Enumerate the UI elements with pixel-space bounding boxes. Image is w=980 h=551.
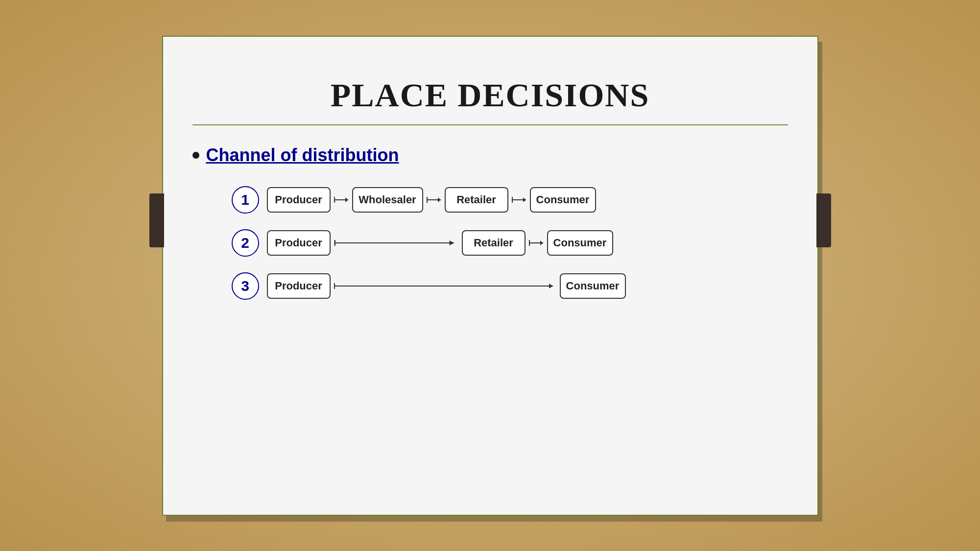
bullet-section: Channel of distribution 1 Producer (192, 145, 788, 301)
box-producer-2: Producer (267, 230, 331, 256)
slide: PLACE DECISIONS Channel of distribution … (162, 36, 818, 516)
arrow-1c (510, 192, 528, 207)
tab-left (149, 193, 164, 247)
box-consumer-3: Consumer (560, 273, 626, 299)
bullet-title-row: Channel of distribution (192, 145, 788, 166)
svg-marker-8 (523, 197, 526, 202)
svg-marker-2 (345, 197, 348, 202)
svg-marker-5 (438, 197, 441, 202)
arrow-long-2 (333, 236, 460, 250)
arrow-1b (425, 192, 443, 207)
channel-row-1: 1 Producer (232, 185, 788, 215)
diagram-area: 1 Producer (232, 185, 788, 301)
svg-marker-11 (449, 240, 454, 245)
svg-marker-14 (540, 240, 543, 245)
box-consumer-1: Consumer (530, 187, 596, 213)
tab-right (816, 193, 831, 247)
arrow-2b (527, 236, 545, 250)
box-wholesaler-1: Wholesaler (352, 187, 423, 213)
box-producer-3: Producer (267, 273, 331, 299)
divider (192, 124, 788, 125)
slide-wrapper: PLACE DECISIONS Channel of distribution … (162, 36, 818, 516)
svg-marker-17 (549, 284, 553, 288)
channel-num-1: 1 (232, 186, 259, 214)
channel-of-distribution-label: Channel of distribution (206, 145, 399, 166)
arrow-1a (333, 192, 350, 207)
slide-title: PLACE DECISIONS (192, 76, 788, 115)
box-producer-1: Producer (267, 187, 331, 213)
channel-row-2: 2 Producer Retailer (232, 228, 788, 258)
box-retailer-2: Retailer (462, 230, 526, 256)
channel-row-3: 3 Producer Consumer (232, 271, 788, 301)
channel-num-3: 3 (232, 272, 259, 300)
channel-num-2: 2 (232, 229, 259, 257)
arrow-long-3 (333, 279, 558, 293)
box-consumer-2: Consumer (547, 230, 613, 256)
box-retailer-1: Retailer (445, 187, 508, 213)
bullet-dot (192, 152, 199, 159)
